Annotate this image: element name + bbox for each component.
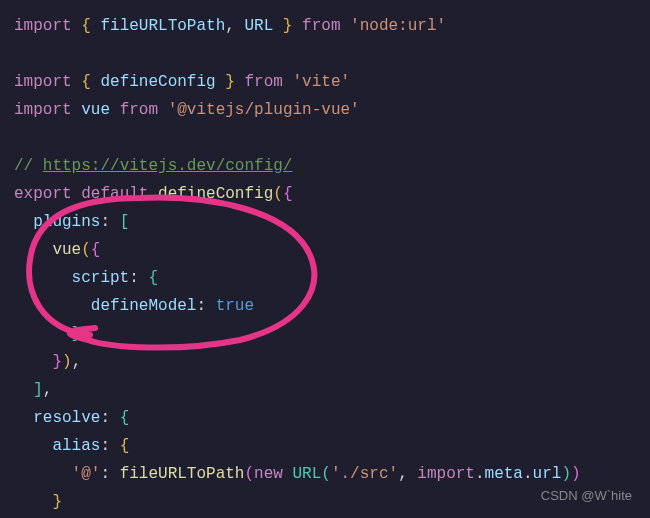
code-line: defineModel: true	[14, 292, 648, 320]
code-line: script: {	[14, 264, 648, 292]
code-line: '@': fileURLToPath(new URL('./src', impo…	[14, 460, 648, 488]
code-editor: import { fileURLToPath, URL } from 'node…	[0, 0, 650, 518]
code-line: resolve: {	[14, 404, 648, 432]
code-line: import { defineConfig } from 'vite'	[14, 68, 648, 96]
code-line: vue({	[14, 236, 648, 264]
code-line: import { fileURLToPath, URL } from 'node…	[14, 12, 648, 40]
code-line	[14, 40, 648, 68]
watermark: CSDN @W`hite	[541, 485, 632, 508]
code-line: }),	[14, 348, 648, 376]
code-line: alias: {	[14, 432, 648, 460]
code-line: }	[14, 320, 648, 348]
code-line: import vue from '@vitejs/plugin-vue'	[14, 96, 648, 124]
code-line: export default defineConfig({	[14, 180, 648, 208]
code-line: ],	[14, 376, 648, 404]
code-line: // https://vitejs.dev/config/	[14, 152, 648, 180]
code-line: plugins: [	[14, 208, 648, 236]
code-line	[14, 124, 648, 152]
